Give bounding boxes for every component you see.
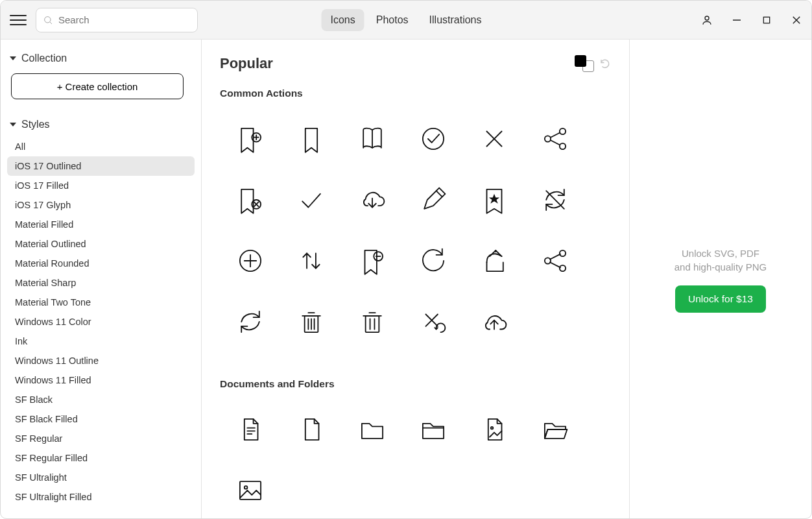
folder-open-icon[interactable] <box>525 399 586 460</box>
tab-illustrations[interactable]: Illustrations <box>420 9 491 31</box>
style-item[interactable]: Windows 11 Filled <box>7 370 195 390</box>
close-icon[interactable] <box>464 108 525 169</box>
undo-close-icon[interactable] <box>403 291 464 352</box>
nav-tabs: Icons Photos Illustrations <box>322 9 491 31</box>
svg-rect-43 <box>366 316 379 332</box>
style-item[interactable]: SF Regular <box>7 429 195 448</box>
unlock-button[interactable]: Unlock for $13 <box>675 285 766 313</box>
style-item[interactable]: iOS 17 Outlined <box>7 156 195 176</box>
document-icon[interactable] <box>281 399 342 460</box>
svg-point-32 <box>560 250 566 256</box>
style-item[interactable]: Windows 11 Color <box>7 312 195 332</box>
color-swap-icon[interactable] <box>575 55 594 72</box>
section-title: Documents and Folders <box>220 378 611 390</box>
style-item[interactable]: Material Filled <box>7 215 195 234</box>
promo-line-1: Unlock SVG, PDF <box>675 247 767 260</box>
style-item[interactable]: Material Two Tone <box>7 293 195 312</box>
search-input[interactable] <box>58 14 191 25</box>
svg-line-17 <box>551 133 560 138</box>
style-item[interactable]: Windows 11 Outline <box>7 351 195 370</box>
swap-vertical-icon[interactable] <box>281 230 342 291</box>
icon-grid <box>220 108 611 352</box>
styles-header[interactable]: Styles <box>7 116 195 137</box>
collection-label: Collection <box>21 53 67 64</box>
checkmark-icon[interactable] <box>281 169 342 230</box>
trash-icon[interactable] <box>281 291 342 352</box>
style-item[interactable]: Material Sharp <box>7 273 195 293</box>
section-title: Common Actions <box>220 88 611 99</box>
bookmark-remove-icon[interactable] <box>220 169 281 230</box>
add-circle-icon[interactable] <box>220 230 281 291</box>
search-icon <box>43 15 53 25</box>
bookmark-minus-icon[interactable] <box>342 230 403 291</box>
style-item[interactable]: SF Ultralight <box>7 468 195 487</box>
svg-point-11 <box>423 128 444 149</box>
account-icon[interactable] <box>701 14 713 26</box>
svg-point-55 <box>491 427 493 429</box>
icon-grid <box>220 399 611 519</box>
document-text-icon[interactable] <box>220 399 281 460</box>
minimize-icon[interactable] <box>731 14 743 26</box>
edit-pencil-icon[interactable] <box>403 169 464 230</box>
chevron-down-icon <box>10 56 16 60</box>
maximize-icon[interactable] <box>761 14 772 26</box>
close-icon[interactable] <box>791 14 802 26</box>
styles-list: AlliOS 17 OutlinediOS 17 FillediOS 17 Gl… <box>7 137 195 507</box>
main-content: Popular Common ActionsDocuments and Fold… <box>202 40 630 519</box>
style-item[interactable]: Ink <box>7 332 195 351</box>
promo-line-2: and high-quality PNG <box>675 260 767 274</box>
svg-point-16 <box>560 143 566 149</box>
color-controls <box>575 55 611 72</box>
share-arrow-icon[interactable] <box>464 230 525 291</box>
svg-point-2 <box>705 16 709 20</box>
right-panel: Unlock SVG, PDF and high-quality PNG Unl… <box>630 40 811 519</box>
style-item[interactable]: SF Regular Filled <box>7 448 195 468</box>
reset-color-icon[interactable] <box>599 58 611 69</box>
svg-point-0 <box>45 16 51 22</box>
collection-header[interactable]: Collection <box>7 50 195 71</box>
style-item[interactable]: iOS 17 Glyph <box>7 195 195 215</box>
cloud-upload-icon[interactable] <box>464 291 525 352</box>
image-icon[interactable] <box>220 460 281 519</box>
style-item[interactable]: Material Rounded <box>7 254 195 273</box>
style-item[interactable]: SF Ultralight Filled <box>7 487 195 507</box>
share-nodes-icon[interactable] <box>525 108 586 169</box>
sync-off-icon[interactable] <box>525 169 586 230</box>
refresh-icon[interactable] <box>403 230 464 291</box>
window-controls <box>701 14 802 26</box>
svg-point-14 <box>560 128 566 134</box>
cloud-download-icon[interactable] <box>342 169 403 230</box>
style-item[interactable]: SF Black Filled <box>7 409 195 429</box>
bookmark-add-icon[interactable] <box>220 108 281 169</box>
trash-alt-icon[interactable] <box>342 291 403 352</box>
menu-icon[interactable] <box>10 12 27 29</box>
search-field[interactable] <box>36 8 198 32</box>
folder-icon[interactable] <box>342 399 403 460</box>
sync-icon[interactable] <box>220 291 281 352</box>
topbar: Icons Photos Illustrations <box>1 1 811 40</box>
svg-point-33 <box>545 258 551 263</box>
svg-line-35 <box>550 254 560 260</box>
book-icon[interactable] <box>342 108 403 169</box>
svg-line-36 <box>550 262 560 267</box>
svg-line-23 <box>436 191 442 197</box>
bookmark-star-icon[interactable] <box>464 169 525 230</box>
image-file-icon[interactable] <box>464 399 525 460</box>
svg-line-18 <box>551 140 560 145</box>
create-collection-button[interactable]: + Create collection <box>11 73 184 99</box>
svg-point-15 <box>545 136 551 141</box>
folder-alt-icon[interactable] <box>403 399 464 460</box>
share-nodes-alt-icon[interactable] <box>525 230 586 291</box>
svg-rect-56 <box>240 481 261 500</box>
tab-icons[interactable]: Icons <box>322 9 364 31</box>
bookmark-icon[interactable] <box>281 108 342 169</box>
style-item[interactable]: All <box>7 137 195 156</box>
style-item[interactable]: SF Black <box>7 390 195 409</box>
style-item[interactable]: Material Outlined <box>7 234 195 254</box>
svg-marker-24 <box>489 194 499 204</box>
chevron-down-icon <box>10 123 16 127</box>
style-item[interactable]: iOS 17 Filled <box>7 176 195 195</box>
sidebar: Collection + Create collection Styles Al… <box>1 40 202 519</box>
tab-photos[interactable]: Photos <box>367 9 418 31</box>
checkmark-circle-icon[interactable] <box>403 108 464 169</box>
